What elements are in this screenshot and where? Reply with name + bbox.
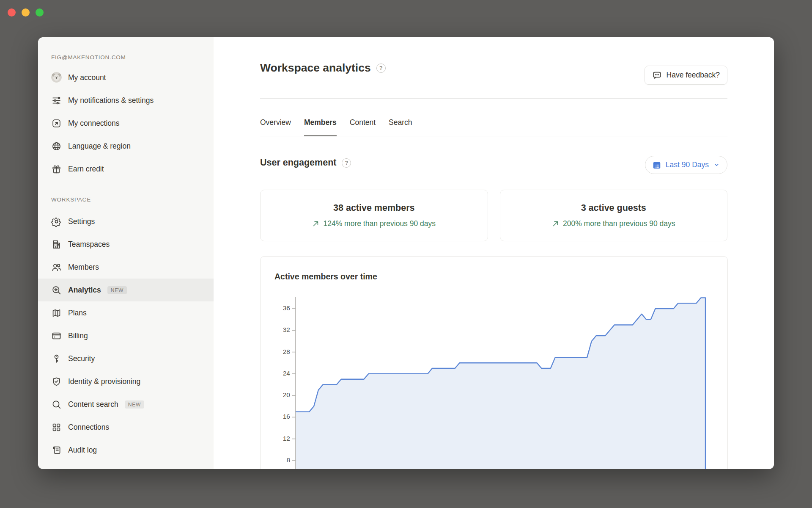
speech-bubble-icon — [652, 70, 662, 80]
stat-delta: 200% more than previous 90 days — [552, 219, 675, 228]
stat-cards-row: 38 active members124% more than previous… — [260, 190, 727, 241]
tab-members[interactable]: Members — [304, 118, 337, 136]
sidebar-item-content-search[interactable]: Content searchNEW — [38, 393, 214, 416]
workspace-section-list: SettingsTeamspacesMembersAnalyticsNEWPla… — [38, 210, 214, 461]
calendar-icon — [652, 160, 661, 170]
stat-delta-text: 124% more than previous 90 days — [323, 219, 436, 228]
area-chart-svg — [261, 257, 728, 469]
search-icon — [51, 399, 62, 410]
sidebar-item-label: Analytics — [68, 285, 101, 295]
sidebar-item-members[interactable]: Members — [38, 256, 214, 279]
engagement-heading: User engagement — [260, 157, 336, 168]
sidebar-item-label: Connections — [68, 422, 109, 432]
y-axis-tick-label: 24 — [261, 370, 290, 377]
map-icon — [51, 308, 62, 318]
sidebar-item-label: My connections — [68, 118, 120, 128]
sidebar-item-label: Security — [68, 353, 95, 364]
sidebar-item-language-region[interactable]: Language & region — [38, 135, 214, 157]
page-title: Workspace analytics — [260, 61, 371, 75]
members-icon — [51, 262, 62, 273]
shield-check-icon — [51, 376, 62, 387]
tab-content[interactable]: Content — [350, 118, 376, 136]
y-axis-tick-label: 36 — [261, 304, 290, 312]
trend-up-icon — [312, 220, 319, 227]
analytics-tabs: OverviewMembersContentSearch — [260, 105, 727, 136]
active-members-chart: 812162024283236 — [261, 257, 727, 469]
y-axis-tick-label: 16 — [261, 413, 290, 420]
stat-delta-text: 200% more than previous 90 days — [563, 219, 675, 228]
window-controls — [8, 8, 44, 17]
y-axis-tick-label: 28 — [261, 348, 290, 356]
sidebar-item-connections[interactable]: Connections — [38, 416, 214, 439]
arrow-up-right-icon — [51, 118, 62, 129]
active-members-chart-card: Active members over time 812162024283236 — [260, 256, 728, 469]
chevron-down-icon — [713, 161, 720, 168]
tab-search[interactable]: Search — [389, 118, 412, 136]
building-icon — [51, 239, 62, 250]
settings-sidebar: FIG@MAKENOTION.COM My accountMy notifica… — [38, 37, 214, 469]
zoom-button[interactable] — [36, 8, 44, 17]
sidebar-item-teamspaces[interactable]: Teamspaces — [38, 233, 214, 256]
sidebar-item-label: Earn credit — [68, 164, 104, 174]
sidebar-item-identity-provisioning[interactable]: Identity & provisioning — [38, 370, 214, 393]
y-axis-tick-label: 20 — [261, 391, 290, 399]
account-section-list: My accountMy notifications & settingsMy … — [38, 66, 214, 180]
sidebar-item-label: Members — [68, 262, 99, 272]
trend-up-icon — [552, 220, 559, 227]
sliders-icon — [51, 95, 62, 106]
help-icon[interactable]: ? — [376, 64, 386, 73]
globe-icon — [51, 141, 62, 152]
grid-icon — [51, 422, 62, 433]
workspace-section-label: WORKSPACE — [38, 196, 214, 204]
credit-card-icon — [51, 331, 62, 341]
analytics-icon — [51, 285, 62, 295]
y-axis-tick-label: 8 — [261, 456, 290, 464]
sidebar-item-label: Plans — [68, 308, 87, 318]
date-range-dropdown[interactable]: Last 90 Days — [645, 156, 727, 174]
sidebar-item-my-notifications-settings[interactable]: My notifications & settings — [38, 89, 214, 112]
stat-card-3-active-guests: 3 active guests200% more than previous 9… — [500, 190, 728, 241]
sidebar-item-label: My account — [68, 72, 106, 83]
sidebar-item-security[interactable]: Security — [38, 347, 214, 370]
sidebar-item-label: Settings — [68, 216, 95, 226]
sidebar-item-my-connections[interactable]: My connections — [38, 112, 214, 135]
key-icon — [51, 353, 62, 364]
sidebar-item-label: My notifications & settings — [68, 95, 154, 105]
account-email-label: FIG@MAKENOTION.COM — [38, 53, 214, 62]
tab-overview[interactable]: Overview — [260, 118, 291, 136]
sidebar-item-plans[interactable]: Plans — [38, 301, 214, 324]
sidebar-item-label: Identity & provisioning — [68, 376, 140, 387]
gear-icon — [51, 216, 62, 227]
avatar — [51, 72, 62, 83]
sidebar-item-earn-credit[interactable]: Earn credit — [38, 157, 214, 180]
minimize-button[interactable] — [22, 8, 30, 17]
stat-card-38-active-members: 38 active members124% more than previous… — [260, 190, 488, 241]
y-axis-tick-label: 32 — [261, 326, 290, 334]
y-axis-tick-label: 12 — [261, 435, 290, 442]
sidebar-item-settings[interactable]: Settings — [38, 210, 214, 233]
close-button[interactable] — [8, 8, 16, 17]
new-badge: NEW — [125, 400, 144, 409]
sidebar-item-my-account[interactable]: My account — [38, 66, 214, 89]
have-feedback-button[interactable]: Have feedback? — [645, 66, 727, 85]
sidebar-item-label: Content search — [68, 399, 118, 409]
engagement-help-icon[interactable]: ? — [342, 158, 351, 168]
header-divider — [260, 98, 727, 99]
date-range-label: Last 90 Days — [666, 160, 709, 169]
settings-dialog: FIG@MAKENOTION.COM My accountMy notifica… — [38, 37, 774, 469]
new-badge: NEW — [107, 286, 127, 294]
stat-value: 38 active members — [333, 203, 414, 213]
stat-value: 3 active guests — [581, 203, 646, 213]
screen: { "titlebar": { "buttons": ["close", "mi… — [0, 0, 812, 508]
scroll-icon — [51, 445, 62, 456]
sidebar-item-label: Billing — [68, 331, 88, 341]
analytics-main-pane: Workspace analytics ? Have feedback? Ove… — [214, 37, 774, 469]
have-feedback-label: Have feedback? — [667, 71, 720, 80]
sidebar-item-audit-log[interactable]: Audit log — [38, 439, 214, 461]
gift-icon — [51, 164, 62, 174]
sidebar-item-label: Language & region — [68, 141, 131, 151]
sidebar-item-billing[interactable]: Billing — [38, 324, 214, 347]
sidebar-item-analytics[interactable]: AnalyticsNEW — [38, 279, 214, 301]
stat-delta: 124% more than previous 90 days — [312, 219, 436, 228]
engagement-section-header: User engagement ? Last 90 Days — [260, 152, 727, 174]
